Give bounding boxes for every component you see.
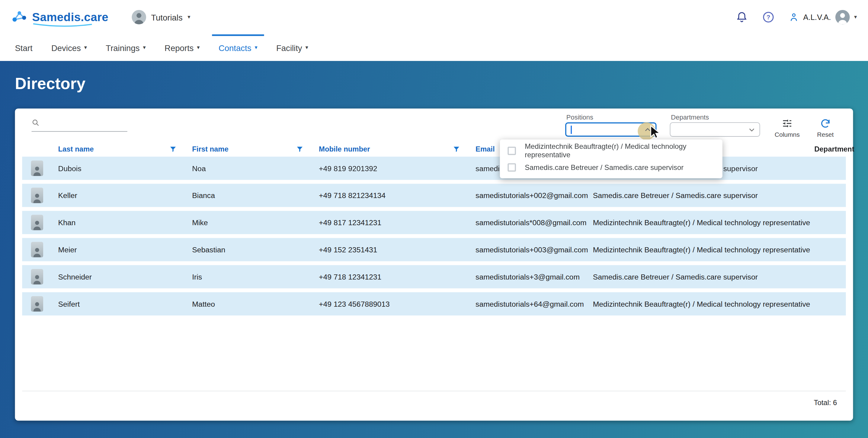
tune-sliders-icon bbox=[782, 118, 793, 129]
user-menu[interactable]: A.L.V.A. ▾ bbox=[789, 10, 857, 25]
bell-icon bbox=[736, 11, 748, 23]
cell-mobile-number: +49 152 2351431 bbox=[319, 245, 475, 254]
departments-label: Departments bbox=[671, 114, 709, 121]
user-name: A.L.V.A. bbox=[803, 13, 831, 22]
column-header-label: First name bbox=[192, 145, 228, 153]
positions-dropdown: Medizintechnik Beauftragte(r) / Medical … bbox=[500, 139, 722, 178]
nav-item-start[interactable]: Start bbox=[15, 34, 33, 61]
nav-item-facility[interactable]: Facility ▾ bbox=[276, 34, 308, 61]
cell-mobile-number: +49 819 9201392 bbox=[319, 164, 475, 173]
column-header-first_name[interactable]: First name bbox=[192, 145, 319, 153]
chevron-down-icon: ▾ bbox=[306, 45, 308, 51]
svg-text:?: ? bbox=[767, 14, 770, 21]
brand-wordmark: Samedis.care bbox=[32, 10, 108, 23]
cell-last-name: Meier bbox=[58, 245, 192, 254]
nav-item-label: Trainings bbox=[106, 43, 140, 52]
table-body: Dubois Noa +49 819 9201392 samedis Samed… bbox=[22, 157, 846, 315]
positions-label: Positions bbox=[566, 114, 593, 121]
cell-last-name: Seifert bbox=[58, 300, 192, 308]
positions-option[interactable]: Medizintechnik Beauftragte(r) / Medical … bbox=[500, 142, 722, 159]
workspace-selector[interactable]: Tutorials ▾ bbox=[132, 10, 190, 25]
refresh-icon bbox=[820, 118, 831, 129]
table-row[interactable]: Schneider Iris +49 718 12341231 samedist… bbox=[22, 265, 846, 288]
person-avatar-icon bbox=[32, 246, 42, 257]
column-header-label: Mobile number bbox=[319, 145, 370, 153]
nav-item-contacts[interactable]: Contacts ▾ bbox=[219, 34, 257, 61]
contact-photo bbox=[31, 269, 43, 284]
cell-position: Medizintechnik Beauftragte(r) / Medical … bbox=[593, 218, 814, 227]
footer-divider bbox=[22, 390, 846, 391]
contact-photo bbox=[31, 161, 43, 176]
nav-item-trainings[interactable]: Trainings ▾ bbox=[106, 34, 146, 61]
total-count: Total: 6 bbox=[814, 399, 837, 407]
molecule-logo-icon bbox=[11, 9, 28, 25]
cell-email: samedistutorials+002@gmail.com bbox=[475, 191, 593, 199]
chevron-down-icon: ▾ bbox=[143, 45, 146, 51]
cell-email: samedistutorials*008@gmail.com bbox=[475, 218, 593, 227]
contact-photo bbox=[31, 296, 43, 312]
nav-item-reports[interactable]: Reports ▾ bbox=[164, 34, 200, 61]
chevron-down-icon: ▾ bbox=[854, 14, 857, 20]
table-row[interactable]: Seifert Matteo +49 123 4567889013 samedi… bbox=[22, 292, 846, 315]
filter-icon[interactable] bbox=[452, 145, 461, 153]
departments-filter-input[interactable] bbox=[670, 122, 760, 137]
person-avatar-icon bbox=[836, 11, 848, 25]
reset-button[interactable]: Reset bbox=[809, 118, 841, 138]
cell-position: Medizintechnik Beauftragte(r) / Medical … bbox=[593, 300, 814, 308]
cell-first-name: Noa bbox=[192, 164, 319, 173]
cell-email: samedistutorials+003@gmail.com bbox=[475, 245, 593, 254]
filter-icon[interactable] bbox=[296, 145, 304, 153]
positions-collapse-button[interactable] bbox=[643, 126, 652, 137]
help-button[interactable]: ? bbox=[762, 11, 774, 23]
cell-mobile-number: +49 718 12341231 bbox=[319, 273, 475, 281]
directory-card: Positions Departments bbox=[15, 108, 853, 420]
positions-filter-input[interactable] bbox=[565, 122, 657, 137]
search-input[interactable] bbox=[44, 118, 127, 127]
column-header-label: Last name bbox=[58, 145, 94, 153]
contact-photo bbox=[31, 242, 43, 257]
option-label: Samedis.care Betreuer / Samedis.care sup… bbox=[525, 163, 684, 171]
cell-email: samedistutorials+64@gmail.com bbox=[475, 300, 593, 308]
cell-mobile-number: +49 718 821234134 bbox=[319, 191, 475, 199]
person-avatar-icon bbox=[133, 11, 145, 25]
filter-icon[interactable] bbox=[169, 145, 177, 153]
nav-item-devices[interactable]: Devices ▾ bbox=[51, 34, 87, 61]
column-header-last_name[interactable]: Last name bbox=[58, 145, 192, 153]
person-avatar-icon bbox=[32, 219, 42, 230]
column-header-department[interactable]: Department bbox=[814, 145, 868, 153]
table-row[interactable]: Meier Sebastian +49 152 2351431 samedist… bbox=[22, 238, 846, 261]
person-avatar-icon bbox=[32, 301, 42, 312]
cell-last-name: Schneider bbox=[58, 273, 192, 281]
positions-option[interactable]: Samedis.care Betreuer / Samedis.care sup… bbox=[500, 159, 722, 176]
column-header-label: Department bbox=[814, 145, 854, 153]
nav-item-label: Devices bbox=[51, 43, 81, 52]
brand-logo[interactable]: Samedis.care bbox=[11, 9, 108, 25]
nav-item-label: Reports bbox=[164, 43, 193, 52]
table-row[interactable]: Khan Mike +49 817 12341231 samedistutori… bbox=[22, 211, 846, 234]
person-icon bbox=[789, 12, 799, 22]
nav-item-label: Start bbox=[15, 43, 33, 52]
columns-button[interactable]: Columns bbox=[771, 118, 803, 138]
cell-last-name: Dubois bbox=[58, 164, 192, 173]
column-header-mobile[interactable]: Mobile number bbox=[319, 145, 475, 153]
option-checkbox[interactable] bbox=[507, 147, 516, 155]
option-label: Medizintechnik Beauftragte(r) / Medical … bbox=[525, 142, 716, 159]
chevron-down-icon: ▾ bbox=[254, 45, 257, 51]
page-title: Directory bbox=[0, 61, 868, 99]
contact-photo bbox=[31, 215, 43, 230]
workspace-label: Tutorials bbox=[151, 12, 182, 22]
person-avatar-icon bbox=[32, 274, 42, 285]
table-row[interactable]: Keller Bianca +49 718 821234134 samedist… bbox=[22, 184, 846, 207]
notifications-button[interactable] bbox=[736, 11, 748, 23]
cell-last-name: Keller bbox=[58, 191, 192, 199]
cell-first-name: Mike bbox=[192, 218, 319, 227]
chevron-down-icon: ▾ bbox=[187, 14, 190, 20]
departments-expand-button[interactable] bbox=[747, 125, 756, 136]
cell-position: Samedis.care Betreuer / Samedis.care sup… bbox=[593, 273, 814, 281]
page-background: Directory Positions bbox=[0, 61, 868, 438]
chevron-down-icon: ▾ bbox=[84, 45, 87, 51]
option-checkbox[interactable] bbox=[507, 163, 516, 171]
columns-button-label: Columns bbox=[775, 131, 800, 138]
user-avatar bbox=[835, 10, 850, 25]
cell-mobile-number: +49 123 4567889013 bbox=[319, 300, 475, 308]
